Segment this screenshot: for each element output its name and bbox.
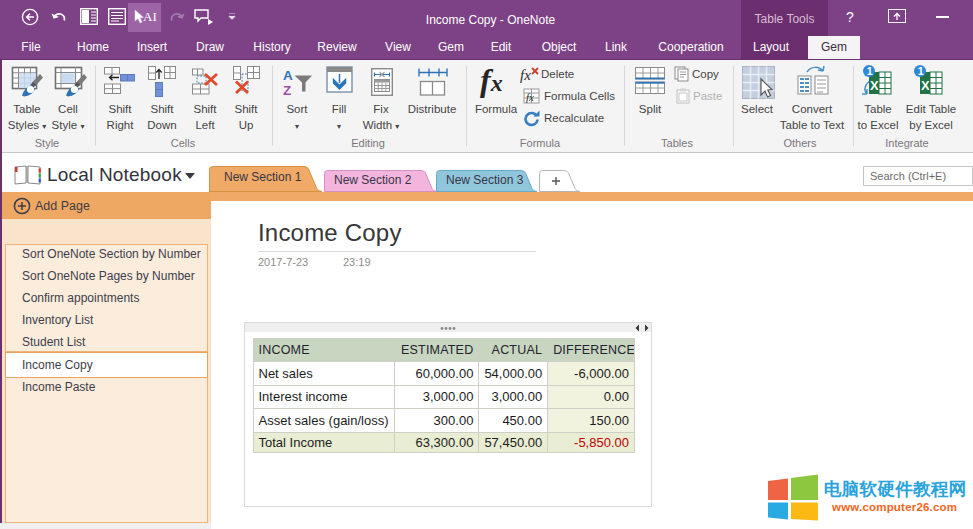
svg-text:1: 1 (918, 65, 924, 77)
svg-text:Z: Z (283, 83, 291, 98)
svg-text:fx: fx (526, 91, 534, 103)
svg-text:fx: fx (520, 67, 531, 83)
svg-text:1: 1 (867, 65, 873, 77)
svg-text:AI: AI (143, 9, 157, 24)
svg-text:A: A (283, 68, 293, 83)
svg-text:X: X (870, 78, 879, 93)
svg-text:X: X (921, 78, 930, 93)
